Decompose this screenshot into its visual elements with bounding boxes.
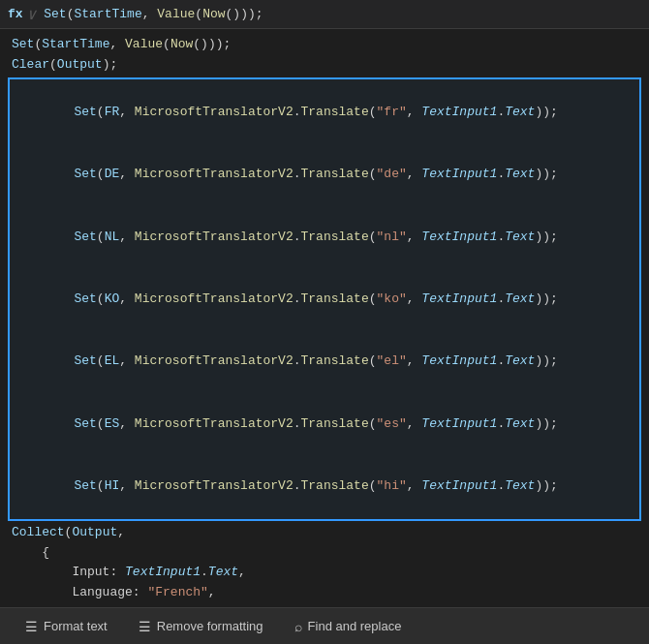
collect-open: Collect(Output,: [0, 523, 649, 543]
fx-icon: fx: [8, 7, 23, 21]
set-ko-line: Set(KO, MicrosoftTranslatorV2.Translate(…: [14, 268, 635, 330]
bottom-bar: ☰ Format text ☰ Remove formatting ⌕ Find…: [0, 607, 649, 644]
set-es-line: Set(ES, MicrosoftTranslatorV2.Translate(…: [14, 392, 635, 454]
divider-icon: ∨: [27, 5, 37, 24]
find-replace-label: Find and replace: [308, 619, 402, 633]
collect-lang-french1: Language: "French",: [0, 583, 649, 603]
code-line-set-starttime: Set(StartTime, Value(Now()));: [0, 35, 649, 55]
code-area[interactable]: Set(StartTime, Value(Now())); Clear(Outp…: [0, 29, 649, 607]
format-text-button[interactable]: ☰ Format text: [10, 613, 123, 640]
formula-label: fx ∨: [8, 5, 36, 24]
find-replace-button[interactable]: ⌕ Find and replace: [279, 613, 417, 640]
format-text-label: Format text: [44, 619, 108, 633]
highlighted-block: Set(FR, MicrosoftTranslatorV2.Translate(…: [8, 77, 641, 521]
set-el-line: Set(EL, MicrosoftTranslatorV2.Translate(…: [14, 330, 635, 392]
set-nl-line: Set(NL, MicrosoftTranslatorV2.Translate(…: [14, 205, 635, 267]
editor-container: fx ∨ Set(StartTime, Value(Now())); Set(S…: [0, 0, 649, 644]
formula-fn: Set: [44, 7, 66, 21]
find-replace-icon: ⌕: [294, 619, 302, 634]
set-hi-line: Set(HI, MicrosoftTranslatorV2.Translate(…: [14, 454, 635, 516]
code-line-clear: Clear(Output);: [0, 55, 649, 76]
format-text-icon: ☰: [25, 619, 38, 634]
remove-formatting-button[interactable]: ☰ Remove formatting: [123, 613, 279, 640]
collect-brace1: {: [0, 543, 649, 564]
set-fr-line: Set(FR, MicrosoftTranslatorV2.Translate(…: [14, 81, 635, 143]
remove-formatting-label: Remove formatting: [157, 619, 263, 633]
collect-input1: Input: TextInput1.Text,: [0, 563, 649, 583]
set-de-line: Set(DE, MicrosoftTranslatorV2.Translate(…: [14, 143, 635, 205]
remove-formatting-icon: ☰: [139, 619, 151, 634]
formula-input: Set(StartTime, Value(Now()));: [44, 7, 641, 21]
formula-bar: fx ∨ Set(StartTime, Value(Now()));: [0, 0, 649, 29]
